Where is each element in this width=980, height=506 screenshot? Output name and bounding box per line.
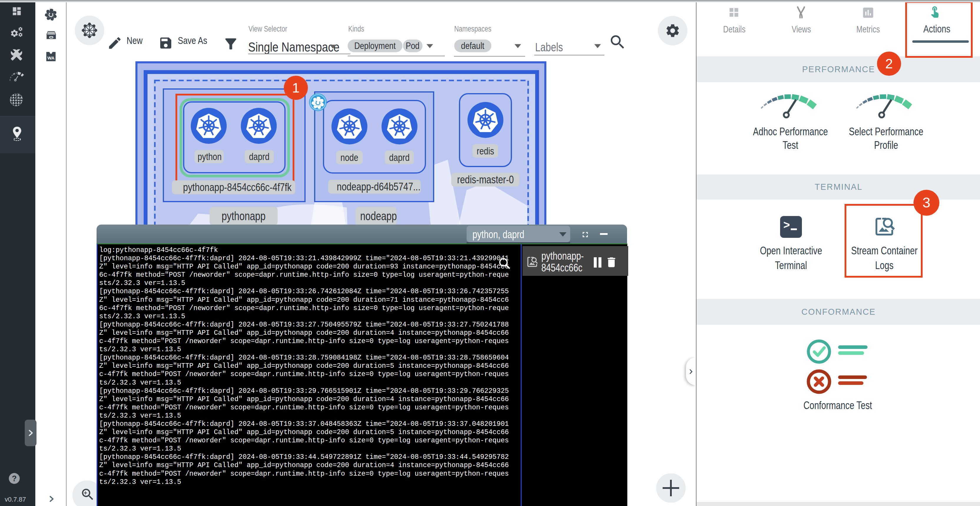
svg-text:WA: WA (48, 56, 54, 61)
